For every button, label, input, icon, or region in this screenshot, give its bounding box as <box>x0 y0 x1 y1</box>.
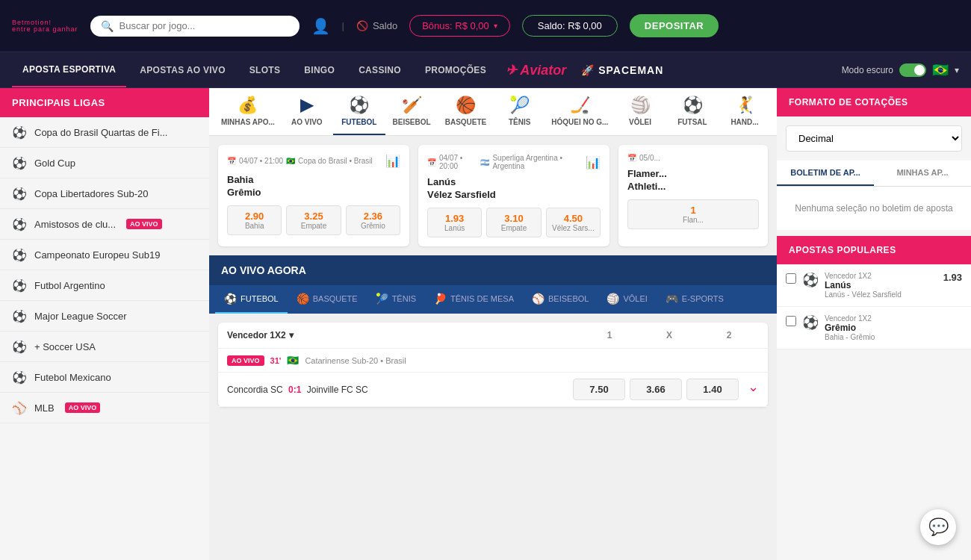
handball-icon: 🤾 <box>735 96 755 115</box>
aposta-checkbox-1[interactable] <box>786 316 796 326</box>
vencedor-label[interactable]: Vencedor 1X2 ▾ <box>227 330 294 340</box>
live-odds-row: 7.50 3.66 1.40 ⌄ <box>573 379 759 400</box>
tennis-icon: 🎾 <box>509 96 530 115</box>
ao-vivo-tab-esports[interactable]: 🎮 E-SPORTS <box>657 285 733 314</box>
odds-btn-2[interactable]: 2.36 Grêmio <box>346 205 400 235</box>
ao-vivo-tab-tenis[interactable]: 🎾 TÊNIS <box>367 285 425 314</box>
nav-slots[interactable]: SLOTS <box>239 52 291 87</box>
soccer-icon: ⚽ <box>12 186 27 201</box>
tab-minhas-apo[interactable]: 💰 MINHAS APO... <box>215 88 281 135</box>
sidebar-item-mexicano[interactable]: ⚽ Futebol Mexicano <box>0 362 209 393</box>
sidebar-item-soccer-usa[interactable]: ⚽ + Soccer USA <box>0 332 209 362</box>
match-cards-row: 📅 04/07 • 21:00 🇧🇷 Copa do Brasil • Bras… <box>209 136 777 255</box>
tab-tenis[interactable]: 🎾 TÊNIS <box>494 88 546 135</box>
live-odd-btn-1[interactable]: 7.50 <box>573 379 625 400</box>
odds-btn-1[interactable]: 1 Flan... <box>627 199 759 229</box>
soccer-icon: ⚽ <box>12 308 27 323</box>
score-col-x: X <box>639 330 699 340</box>
live-odd-btn-x[interactable]: 3.66 <box>630 379 682 400</box>
tab-boletim-ap[interactable]: BOLETIM DE AP... <box>777 161 874 186</box>
basketball-icon: 🏀 <box>456 96 476 115</box>
soccer-icon: ⚽ <box>224 293 237 305</box>
sidebar-item-mlb[interactable]: ⚾ MLB AO VIVO <box>0 393 209 423</box>
volleyball-icon: 🏐 <box>630 96 651 115</box>
spaceman-logo[interactable]: 🚀 SPACEMAN <box>581 64 663 76</box>
sidebar-item-argentino[interactable]: ⚽ Futbol Argentino <box>0 270 209 301</box>
ao-vivo-tab-tenis-mesa[interactable]: 🏓 TÊNIS DE MESA <box>425 285 523 314</box>
ao-vivo-tab-basquete[interactable]: 🏀 BASQUETE <box>288 285 367 314</box>
tab-hoquei[interactable]: 🏒 HÓQUEI NO G... <box>546 88 614 135</box>
money-icon: 💰 <box>238 96 258 115</box>
sidebar-item-mls[interactable]: ⚽ Major League Soccer <box>0 301 209 332</box>
aposta-match: Bahia - Grêmio <box>825 333 962 341</box>
tab-futebol[interactable]: ⚽ FUTEBOL <box>333 88 385 135</box>
nav-promocoes[interactable]: PROMOÇÕES <box>415 52 497 87</box>
sidebar-item-copa-brasil[interactable]: ⚽ Copa do Brasil Quartas de Fi... <box>0 117 209 148</box>
dark-mode-toggle[interactable]: Modo escuro 🇧🇷 ▾ <box>842 62 959 78</box>
depositar-button[interactable]: DEPOSITAR <box>630 14 719 37</box>
sports-tabs: 💰 MINHAS APO... ▶ AO VIVO ⚽ FUTEBOL 🏏 BE… <box>209 88 777 136</box>
odds-btn-2[interactable]: 4.50 Vélez Sars... <box>546 208 601 237</box>
tab-beisebol[interactable]: 🏏 BEISEBOL <box>385 88 438 135</box>
soccer-icon: ⚽ <box>12 217 27 231</box>
odds-btn-1[interactable]: 1.93 Lanús <box>427 208 482 237</box>
tab-futsal[interactable]: ⚽ FUTSAL <box>666 88 719 135</box>
soccer-icon: ⚽ <box>12 370 27 385</box>
ao-vivo-tab-volei[interactable]: 🏐 VÔLEI <box>598 285 656 314</box>
chevron-down-icon[interactable]: ⌄ <box>748 379 759 400</box>
search-icon: 🔍 <box>101 20 114 32</box>
format-title: FORMATO DE COTAÇÕES <box>777 88 971 116</box>
search-input[interactable] <box>120 20 289 31</box>
odds-btn-1[interactable]: 2.90 Bahia <box>227 205 282 235</box>
tab-hand[interactable]: 🤾 HAND... <box>719 88 771 135</box>
match-teams: Concordia SC 0:1 Joinville FC SC <box>227 385 368 395</box>
boletim-empty: Nenhuma seleção no boletim de aposta <box>777 187 971 230</box>
tab-ao-vivo[interactable]: ▶ AO VIVO <box>281 88 333 135</box>
bonus-button[interactable]: Bônus: R$ 0,00 ▾ <box>409 15 510 37</box>
hockey-icon: 🏒 <box>570 96 590 115</box>
search-bar[interactable]: 🔍 <box>90 16 300 37</box>
team2: Grêmio <box>227 187 400 198</box>
aviator-logo[interactable]: ✈ Aviator <box>506 62 566 78</box>
dark-mode-switch[interactable] <box>899 63 926 77</box>
nav-aposta-esportiva[interactable]: APOSTA ESPORTIVA <box>12 52 126 87</box>
aposta-checkbox-0[interactable] <box>786 273 796 284</box>
match-score: 0:1 <box>288 385 301 395</box>
match-card-0: 📅 04/07 • 21:00 🇧🇷 Copa do Brasil • Bras… <box>218 145 409 246</box>
tab-volei[interactable]: 🏐 VÔLEI <box>614 88 666 135</box>
soccer-icon: ⚽ <box>12 278 27 293</box>
sidebar-item-amistosos[interactable]: ⚽ Amistosos de clu... AO VIVO <box>0 209 209 240</box>
basketball-icon: 🏀 <box>297 293 309 305</box>
nav-cassino[interactable]: CASSINO <box>348 52 412 87</box>
futsal-icon: ⚽ <box>683 96 703 115</box>
tab-minhas-ap[interactable]: MINHAS AP... <box>874 161 971 186</box>
nav-bingo[interactable]: BINGO <box>294 52 345 87</box>
apostas-populares-title: APOSTAS POPULARES <box>777 236 971 264</box>
sidebar-item-copa-lib[interactable]: ⚽ Copa Libertadores Sub-20 <box>0 178 209 209</box>
center: 💰 MINHAS APO... ▶ AO VIVO ⚽ FUTEBOL 🏏 BE… <box>209 88 777 560</box>
chevron-down-icon: ▾ <box>494 22 497 30</box>
saldo-button[interactable]: Saldo: R$ 0,00 <box>522 15 618 37</box>
sidebar-item-europeu[interactable]: ⚽ Campeonato Europeu Sub19 <box>0 240 209 270</box>
user-icon[interactable]: 👤 <box>311 17 330 35</box>
odds-btn-x[interactable]: 3.25 Empate <box>286 205 341 235</box>
odds-btn-x[interactable]: 3.10 Empate <box>486 208 541 237</box>
calendar-icon: 📅 <box>427 158 436 167</box>
aposta-info-1: Vencedor 1X2 Grêmio Bahia - Grêmio <box>825 314 962 341</box>
live-odd-btn-2[interactable]: 1.40 <box>686 379 739 400</box>
ao-vivo-tab-beisebol[interactable]: ⚾ BEISEBOL <box>523 285 598 314</box>
soccer-icon: ⚽ <box>12 247 27 262</box>
format-select[interactable]: Decimal Fracional Americano <box>786 125 962 152</box>
sidebar-item-gold-cup[interactable]: ⚽ Gold Cup <box>0 148 209 178</box>
saldo-toggle[interactable]: 🚫 Saldo <box>356 20 397 31</box>
esports-icon: 🎮 <box>666 293 678 305</box>
chat-button[interactable]: 💬 <box>920 509 956 545</box>
aposta-item-1: ⚽ Vencedor 1X2 Grêmio Bahia - Grêmio <box>777 307 971 349</box>
volleyball-icon: 🏐 <box>607 293 619 305</box>
score-cols: 1 X 2 <box>580 330 759 340</box>
right-panel: FORMATO DE COTAÇÕES Decimal Fracional Am… <box>777 88 971 560</box>
nav-apostas-ao-vivo[interactable]: APOSTAS AO VIVO <box>129 52 236 87</box>
ao-vivo-tab-futebol[interactable]: ⚽ FUTEBOL <box>215 285 288 314</box>
soccer-icon: ⚽ <box>12 125 27 140</box>
tab-basquete[interactable]: 🏀 BASQUETE <box>438 88 493 135</box>
